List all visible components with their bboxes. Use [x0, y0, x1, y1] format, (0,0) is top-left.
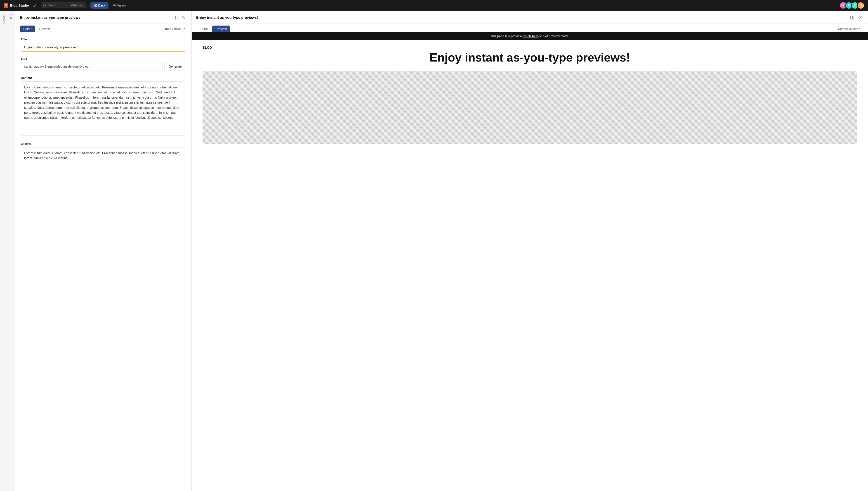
svg-line-1	[45, 6, 46, 7]
editor-panel: Enjoy instant as-you-type previews! ···	[16, 11, 192, 491]
preview-panel-header: Enjoy instant as-you-type previews! ···	[192, 11, 868, 24]
slug-input[interactable]	[21, 62, 162, 71]
vision-tab-label: Vision	[117, 4, 126, 7]
k-key: K	[79, 4, 84, 7]
content-textarea[interactable]: Lorem ipsum dolor sit amet, consectetur …	[21, 81, 186, 136]
search-placeholder: Search	[48, 4, 57, 7]
slug-label: Slug	[21, 57, 186, 60]
preview-article-image	[203, 71, 857, 144]
editor-header-actions: ···	[164, 15, 187, 21]
article-image-pattern	[203, 71, 857, 144]
preview-panel-title: Enjoy instant as-you-type previews!	[196, 16, 839, 20]
tab-vision[interactable]: Vision	[110, 2, 129, 8]
version-label: Current version	[161, 27, 182, 31]
preview-mode-banner: This page is a preview. Click here to ex…	[192, 32, 868, 40]
post-type-sidebar: Post	[7, 11, 16, 491]
more-options-icon[interactable]: ···	[164, 15, 170, 21]
search-bar[interactable]: Search CMD K	[41, 2, 86, 8]
post-type-label: Post	[10, 13, 13, 19]
preview-banner-text: This page is a preview.	[490, 34, 522, 38]
eye-icon	[113, 4, 116, 7]
editor-tabs: Editor Preview Current version	[16, 24, 191, 32]
slug-field-group: Slug Generate	[21, 57, 186, 71]
editor-panel-title: Enjoy instant as-you-type previews!	[20, 16, 162, 20]
avatar-4[interactable]: D	[857, 2, 864, 9]
preview-close-icon[interactable]	[857, 15, 864, 21]
preview-content-area: Blog Enjoy instant as-you-type previews!	[192, 40, 868, 491]
svg-rect-8	[174, 16, 176, 19]
preview-panel: Enjoy instant as-you-type previews! ···	[192, 11, 868, 491]
preview-tab-preview[interactable]: Preview	[212, 26, 230, 32]
slug-row: Generate	[21, 62, 186, 71]
tab-editor[interactable]: Editor	[20, 26, 35, 32]
preview-banner-suffix: to exit preview mode.	[539, 34, 569, 38]
svg-rect-12	[850, 16, 852, 19]
generate-button[interactable]: Generate	[164, 62, 186, 71]
title-field-group: Title	[21, 37, 186, 52]
split-view-icon[interactable]	[173, 15, 179, 21]
preview-chevron-down-icon	[859, 27, 862, 30]
title-input[interactable]	[21, 43, 186, 52]
desk-icon	[94, 4, 97, 7]
app-name: Blog Studio	[10, 3, 29, 7]
preview-blog-label: Blog	[203, 46, 857, 49]
preview-exit-link[interactable]: Click here	[524, 34, 539, 38]
svg-rect-2	[94, 4, 95, 5]
top-navigation: S Blog Studio Search CMD K Desk	[0, 0, 868, 11]
preview-split-view-icon[interactable]	[849, 15, 855, 21]
tab-preview[interactable]: Preview	[36, 26, 54, 32]
close-icon[interactable]	[181, 15, 187, 21]
main-layout: Content Post Enjoy instant as-you-type p…	[0, 11, 868, 491]
editor-panel-header: Enjoy instant as-you-type previews! ···	[16, 11, 191, 24]
cmd-key: CMD	[70, 4, 79, 7]
edit-icon[interactable]	[32, 2, 38, 8]
version-selector[interactable]: Current version	[160, 26, 187, 31]
svg-rect-5	[95, 6, 96, 7]
preview-more-options-icon[interactable]: ···	[841, 15, 847, 21]
logo-icon: S	[4, 3, 8, 8]
content-label: Content	[21, 76, 186, 80]
svg-rect-9	[176, 16, 177, 19]
svg-point-7	[114, 5, 115, 6]
chevron-down-icon	[182, 27, 185, 30]
excerpt-field-group: Excerpt Lorem ipsum dolor sit amet, cons…	[21, 142, 186, 166]
search-icon	[43, 4, 46, 7]
preview-article-title: Enjoy instant as-you-type previews!	[203, 51, 857, 64]
tab-desk[interactable]: Desk	[90, 2, 108, 8]
preview-version-label: Current version	[838, 27, 858, 31]
title-label: Title	[21, 37, 186, 41]
preview-tabs: Editor Preview Current version	[192, 24, 868, 32]
preview-header-actions: ···	[841, 15, 864, 21]
preview-tab-editor[interactable]: Editor	[196, 26, 211, 32]
svg-rect-4	[94, 6, 95, 7]
content-sidebar-label: Content	[2, 15, 5, 24]
svg-rect-13	[852, 16, 854, 19]
nav-tabs: Desk Vision	[90, 2, 129, 8]
content-sidebar: Content	[0, 11, 7, 491]
user-avatars: A B C D	[839, 2, 864, 9]
editor-form: Title Slug Generate Content Lorem ipsum …	[16, 32, 191, 491]
search-shortcut: CMD K	[70, 4, 84, 7]
excerpt-textarea[interactable]: Lorem ipsum dolor sit amet, consectetur …	[21, 147, 186, 165]
app-logo[interactable]: S Blog Studio	[4, 3, 29, 8]
excerpt-label: Excerpt	[21, 142, 186, 145]
content-field-group: Content Lorem ipsum dolor sit amet, cons…	[21, 76, 186, 137]
preview-version-selector[interactable]: Current version	[836, 26, 864, 31]
desk-tab-label: Desk	[98, 4, 105, 7]
svg-rect-3	[95, 4, 96, 5]
